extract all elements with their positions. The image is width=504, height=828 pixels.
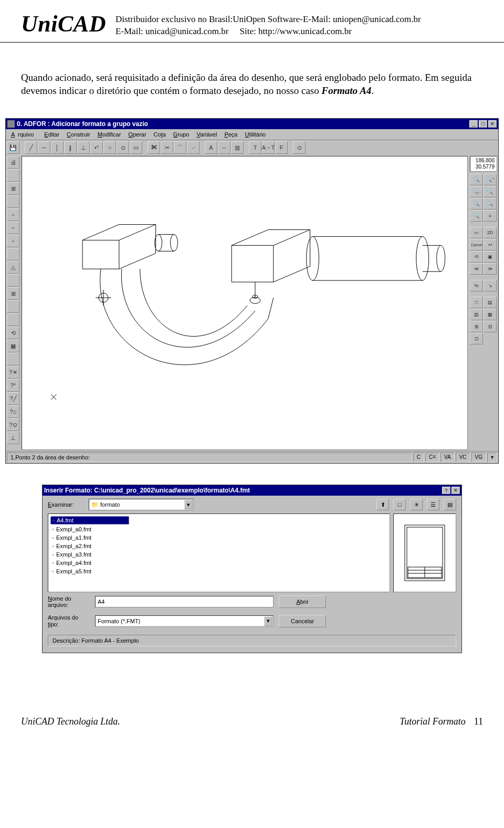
nav-next-icon[interactable]: ≫ <box>484 263 497 275</box>
maximize-button[interactable]: □ <box>479 120 487 128</box>
tool-t2-icon[interactable]: A→T <box>262 141 275 154</box>
vp-5-icon[interactable]: ⊞ <box>470 321 483 332</box>
view-back-icon[interactable]: ↤ <box>484 239 497 250</box>
tool-l1-icon[interactable] <box>7 169 19 182</box>
status-c[interactable]: C <box>413 453 424 462</box>
vp-2-icon[interactable]: ▤ <box>484 297 497 308</box>
zoom-out-icon[interactable]: 🔍₋ <box>470 186 483 197</box>
tool-l18-icon[interactable]: ?╱ <box>7 392 19 405</box>
tool-fillet-icon[interactable]: ⌒ <box>174 141 186 154</box>
tool-l7-icon[interactable] <box>7 248 19 260</box>
menu-utilitario[interactable]: Utilitário <box>242 131 269 138</box>
tool-l8-icon[interactable]: △ <box>7 261 19 274</box>
tool-l14-icon[interactable]: ▦ <box>7 340 19 352</box>
close-button[interactable]: ✕ <box>488 120 497 128</box>
tool-l2-icon[interactable]: ⊞ <box>7 182 19 195</box>
vp-4-icon[interactable]: ▦ <box>484 309 497 320</box>
tool-l15-icon[interactable] <box>7 353 19 365</box>
tool-vline-icon[interactable]: │ <box>51 141 64 154</box>
help-button[interactable]: ? <box>442 487 450 494</box>
zoom-r-icon[interactable]: 🔍 <box>484 186 497 197</box>
new-folder-icon[interactable]: ✳ <box>410 499 423 510</box>
menu-construir[interactable]: Construir <box>64 131 93 138</box>
menu-variavel[interactable]: Variável <box>193 131 220 138</box>
zoom-in-icon[interactable]: 🔍 <box>470 174 483 185</box>
tool-l13-icon[interactable]: ⟲ <box>7 327 19 339</box>
tool-f-icon[interactable]: F <box>275 141 288 154</box>
menu-arquivo[interactable]: Arquivo <box>8 131 40 138</box>
zoom-b-icon[interactable]: 🔍 <box>484 198 497 209</box>
view-2d-button[interactable]: 2D <box>484 227 497 238</box>
filetype-combo[interactable]: Formato (*.FMT) ▾ <box>95 615 274 627</box>
tool-l21-icon[interactable]: ⊥ <box>7 432 19 444</box>
menu-cota[interactable]: Cota <box>151 131 169 138</box>
tool-l5-icon[interactable]: ▫ <box>7 222 19 234</box>
menu-grupo[interactable]: Grupo <box>170 131 193 138</box>
tool-trim-icon[interactable]: ✀ <box>148 141 160 154</box>
cancel-button[interactable]: Cancel <box>470 239 483 250</box>
tool-hatch-icon[interactable]: ▥ <box>231 141 244 154</box>
file-item[interactable]: ▫Exmpl_a0.fmt <box>50 526 129 533</box>
cad-canvas[interactable] <box>22 156 468 450</box>
file-item[interactable]: ▫Exmpl_a1.fmt <box>50 534 129 541</box>
file-item[interactable]: ▫Exmpl_a2.fmt <box>50 542 129 550</box>
tool-eye-icon[interactable]: ⊙ <box>293 141 306 154</box>
save-icon[interactable]: 💾 <box>7 141 19 154</box>
tool-l12-icon[interactable] <box>7 313 19 326</box>
dropdown-icon[interactable]: ▾ <box>184 500 193 509</box>
zoom-d-icon[interactable]: ≡ <box>484 210 497 222</box>
menu-peca[interactable]: Peça <box>221 131 240 138</box>
vp-6-icon[interactable]: ⊟ <box>484 321 497 332</box>
status-ceq[interactable]: C= <box>425 453 439 462</box>
tool-point-icon[interactable]: •° <box>90 141 103 154</box>
vp-1-icon[interactable]: □ <box>470 297 483 308</box>
snap-a-icon[interactable]: % <box>470 280 483 291</box>
tool-l11-icon[interactable] <box>7 300 19 313</box>
nav-prev-icon[interactable]: ≪ <box>470 263 483 275</box>
tool-l6-icon[interactable]: ▫ <box>7 235 19 247</box>
zoom-plus-icon[interactable]: 🔍⁺ <box>484 174 497 185</box>
minimize-button[interactable]: _ <box>469 120 478 128</box>
tool-l20-icon[interactable]: ?⊙ <box>7 418 19 431</box>
examine-combo[interactable]: 📁 formato ▾ <box>89 499 194 510</box>
vp-3-icon[interactable]: ▥ <box>470 309 483 320</box>
file-item[interactable]: ▫Exmpl_a5.fmt <box>50 568 129 575</box>
list-view-icon[interactable]: ☰ <box>427 499 439 510</box>
tool-line-icon[interactable]: ╱ <box>25 141 37 154</box>
filename-input[interactable]: A4 <box>95 596 274 607</box>
menu-editar[interactable]: Editar <box>41 131 62 138</box>
tool-perp-icon[interactable]: ⊥ <box>77 141 90 154</box>
tool-l3-icon[interactable] <box>7 195 19 208</box>
open-button[interactable]: Abrir <box>279 595 326 608</box>
detail-view-icon[interactable]: ▤ <box>444 499 456 510</box>
file-list[interactable]: ▫A4.fmt ▫Exmpl_a0.fmt ▫Exmpl_a1.fmt ▫Exm… <box>48 513 390 592</box>
tool-text-icon[interactable]: A <box>205 141 217 154</box>
tool-t1-icon[interactable]: T <box>249 141 261 154</box>
file-item[interactable]: ▫Exmpl_a4.fmt <box>50 559 129 567</box>
file-item[interactable]: ▫Exmpl_a3.fmt <box>50 551 129 558</box>
status-vc[interactable]: VC <box>456 453 470 462</box>
desktop-icon[interactable]: □ <box>393 499 406 510</box>
status-vg[interactable]: VG <box>471 453 486 462</box>
tool-l4-icon[interactable]: ▫ <box>7 208 19 221</box>
cancel-button[interactable]: Cancelar <box>279 615 326 627</box>
tool-circle-icon[interactable]: ○ <box>103 141 116 154</box>
tool-circle2-icon[interactable]: ⊙ <box>117 141 129 154</box>
status-va[interactable]: VA <box>440 453 455 462</box>
up-folder-icon[interactable]: ⬆ <box>376 499 389 510</box>
vp-7-icon[interactable]: ⊡ <box>470 333 483 344</box>
tool-chamfer-icon[interactable]: ⟋ <box>187 141 200 154</box>
tool-para-icon[interactable]: ‖ <box>64 141 77 154</box>
tool-rect-icon[interactable]: ▭ <box>130 141 142 154</box>
dropdown-icon[interactable]: ▾ <box>264 616 272 626</box>
print-icon[interactable]: 🖨 <box>7 156 19 169</box>
menu-operar[interactable]: Operar <box>125 131 149 138</box>
view-box-icon[interactable]: ▣ <box>484 251 497 263</box>
view-rect-icon[interactable]: ▭ <box>470 227 483 238</box>
menu-modificar[interactable]: Modificar <box>94 131 124 138</box>
tool-l9-icon[interactable] <box>7 274 19 287</box>
tool-dim-icon[interactable]: ↔ <box>218 141 230 154</box>
zoom-c-icon[interactable]: 🔍 <box>470 210 483 222</box>
view-refresh-icon[interactable]: ⟲ <box>470 251 483 263</box>
tool-l10-icon[interactable]: ⊞ <box>7 287 19 300</box>
